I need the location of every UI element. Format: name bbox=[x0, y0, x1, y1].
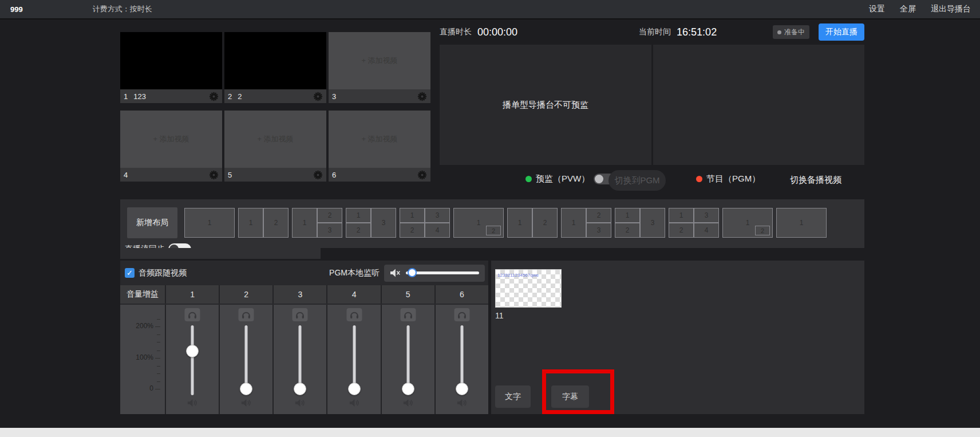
layout-thumbnail-9-left2right1[interactable]: 132 bbox=[615, 208, 665, 238]
audio-follow-video-checkbox[interactable]: ✓ bbox=[125, 268, 135, 278]
layout-cell: 4 bbox=[694, 223, 718, 237]
video-slot-screen[interactable]: + 添加视频 bbox=[329, 111, 430, 168]
gear-icon[interactable] bbox=[417, 92, 427, 101]
switch-to-pgm-button[interactable]: 切换到PGM bbox=[608, 170, 666, 191]
layout-cell: 2 bbox=[400, 223, 424, 237]
video-slot-number: 3 bbox=[332, 92, 336, 101]
add-layout-button[interactable]: 新增布局 bbox=[127, 207, 177, 238]
fullscreen-link[interactable]: 全屏 bbox=[900, 4, 916, 14]
mixer-channel-2 bbox=[220, 305, 272, 414]
add-video-placeholder[interactable]: + 添加视频 bbox=[361, 134, 397, 144]
gain-scale-tick bbox=[157, 366, 160, 367]
subtitle-button[interactable]: 字幕 bbox=[551, 385, 589, 408]
speaker-icon[interactable] bbox=[187, 398, 198, 408]
gain-slider-thumb[interactable] bbox=[456, 383, 468, 395]
headphone-monitor-button[interactable] bbox=[239, 308, 254, 321]
pvw-notice: 播单型导播台不可预监 bbox=[503, 100, 588, 111]
text-button[interactable]: 文字 bbox=[495, 385, 531, 408]
layout-cell: 4 bbox=[425, 223, 449, 237]
layout-cell: 3 bbox=[318, 223, 342, 237]
gain-header: 音量增益 bbox=[120, 285, 165, 304]
settings-link[interactable]: 设置 bbox=[869, 4, 885, 14]
start-live-button[interactable]: 开始直播 bbox=[819, 23, 864, 41]
layout-cell: 3 bbox=[641, 208, 665, 237]
pgm-local-monitor-label: PGM本地监听 bbox=[329, 268, 380, 278]
mute-speaker-icon[interactable] bbox=[390, 268, 401, 278]
gain-slider-thumb[interactable] bbox=[294, 383, 306, 395]
gain-scale-tick bbox=[157, 351, 160, 351]
gain-scale-tick bbox=[155, 326, 160, 327]
gain-slider-track[interactable] bbox=[191, 325, 194, 395]
mixer-channel-3 bbox=[274, 305, 326, 414]
switch-row: 预监（PVW） 切换到PGM 节目（PGM） 切换备播视频 bbox=[440, 170, 864, 191]
headphone-monitor-button[interactable] bbox=[400, 308, 416, 321]
sync-strip bbox=[120, 248, 321, 259]
gain-slider-thumb[interactable] bbox=[402, 383, 414, 395]
channel-header-6: 6 bbox=[436, 285, 488, 304]
gain-slider-thumb[interactable] bbox=[240, 383, 252, 395]
speaker-icon[interactable] bbox=[402, 398, 414, 408]
pgm-monitor-volume-thumb[interactable] bbox=[408, 268, 417, 277]
headphone-monitor-button[interactable] bbox=[293, 308, 308, 321]
gain-scale-label: 0 bbox=[149, 384, 153, 392]
video-slot-bar: 6 bbox=[329, 168, 430, 182]
layout-thumbnail-1-full[interactable]: 1 bbox=[184, 208, 235, 238]
gear-icon[interactable] bbox=[417, 170, 427, 180]
video-slot-screen[interactable]: + 添加视频 bbox=[120, 111, 222, 168]
add-video-placeholder[interactable]: + 添加视频 bbox=[153, 134, 189, 144]
speaker-icon[interactable] bbox=[456, 398, 468, 408]
layout-thumbnail-6-pip[interactable]: 12 bbox=[453, 208, 504, 238]
gear-icon[interactable] bbox=[313, 170, 323, 180]
speaker-icon[interactable] bbox=[294, 398, 306, 408]
pgm-monitor-volume-track[interactable] bbox=[406, 271, 479, 274]
audio-follow-video-label: 音频跟随视频 bbox=[139, 268, 187, 278]
layout-thumbnail-4-left2right1[interactable]: 132 bbox=[346, 208, 396, 238]
add-video-placeholder[interactable]: + 添加视频 bbox=[257, 134, 293, 144]
pgm-monitor-slider bbox=[384, 265, 485, 282]
video-slot-1: 1123 bbox=[120, 32, 222, 103]
gain-slider-thumb[interactable] bbox=[348, 383, 361, 395]
channel-header-3: 3 bbox=[274, 285, 326, 304]
layout-cell: 2 bbox=[669, 223, 693, 237]
backup-video-switch-link[interactable]: 切换备播视频 bbox=[790, 175, 841, 186]
video-slot-screen[interactable]: + 添加视频 bbox=[329, 32, 430, 89]
headphone-monitor-button[interactable] bbox=[185, 308, 200, 321]
video-slot-bar: 3 bbox=[329, 89, 430, 103]
layout-thumbnail-11-pip[interactable]: 12 bbox=[722, 208, 773, 238]
gear-icon[interactable] bbox=[313, 92, 323, 101]
video-slot-screen[interactable] bbox=[120, 32, 222, 89]
layout-thumbnail-10-grid4[interactable]: 1324 bbox=[669, 208, 719, 238]
gain-slider-thumb[interactable] bbox=[186, 345, 199, 357]
speaker-icon[interactable] bbox=[240, 398, 252, 408]
gain-scale-label: 200% bbox=[136, 322, 153, 330]
media-item-caption: 11 bbox=[495, 311, 504, 320]
headphone-monitor-button[interactable] bbox=[346, 308, 362, 321]
layout-cell: 1 bbox=[185, 208, 234, 237]
video-slot-2: 22 bbox=[224, 32, 326, 103]
layout-thumbnail-8-left1right2[interactable]: 123 bbox=[561, 208, 611, 238]
gear-icon[interactable] bbox=[209, 170, 219, 180]
add-video-placeholder[interactable]: + 添加视频 bbox=[361, 56, 397, 66]
media-item-thumbnail[interactable]: 1233211234567qwe bbox=[495, 269, 562, 308]
layout-cell: 1 bbox=[777, 208, 826, 237]
video-slot-bar: 4 bbox=[120, 168, 222, 182]
layout-thumbnail-7-cols2[interactable]: 12 bbox=[507, 208, 558, 238]
speaker-icon[interactable] bbox=[349, 398, 360, 408]
layout-band: 新增布局 112123132132412121231321324121 直播流同… bbox=[120, 199, 864, 248]
layout-thumbnail-5-grid4[interactable]: 1324 bbox=[400, 208, 450, 238]
pgm-red-dot-icon bbox=[696, 176, 702, 182]
layout-thumbnail-3-left1right2[interactable]: 123 bbox=[292, 208, 342, 238]
layout-thumbnail-2-cols2[interactable]: 12 bbox=[238, 208, 289, 238]
pvw-toggle-knob bbox=[595, 175, 603, 183]
gear-icon[interactable] bbox=[209, 92, 219, 101]
exit-console-link[interactable]: 退出导播台 bbox=[931, 4, 971, 14]
layout-thumbnail-12-full[interactable]: 1 bbox=[776, 208, 827, 238]
video-slot-screen[interactable]: + 添加视频 bbox=[224, 111, 326, 168]
media-item-overlay-text: 1233211234567qwe bbox=[497, 273, 539, 278]
layout-cell: 3 bbox=[372, 208, 396, 237]
layout-cell: 1 bbox=[239, 208, 263, 237]
video-slot-screen[interactable] bbox=[224, 32, 326, 89]
media-panel: 1233211234567qwe 11 文字 字幕 bbox=[491, 261, 864, 414]
channel-header-5: 5 bbox=[382, 285, 434, 304]
headphone-monitor-button[interactable] bbox=[454, 308, 469, 321]
